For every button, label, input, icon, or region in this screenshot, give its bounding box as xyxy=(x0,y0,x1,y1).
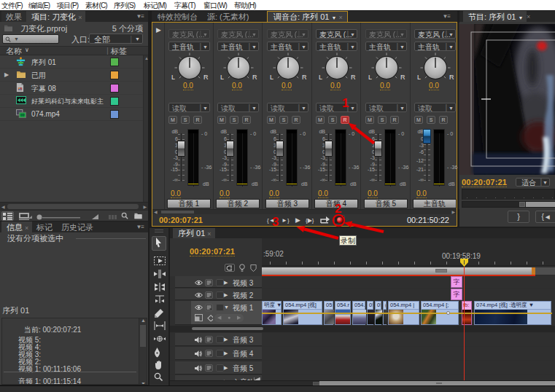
svg-text:2: 2 xyxy=(335,202,341,216)
svg-text:1: 1 xyxy=(342,96,349,110)
svg-text:3: 3 xyxy=(272,215,279,229)
